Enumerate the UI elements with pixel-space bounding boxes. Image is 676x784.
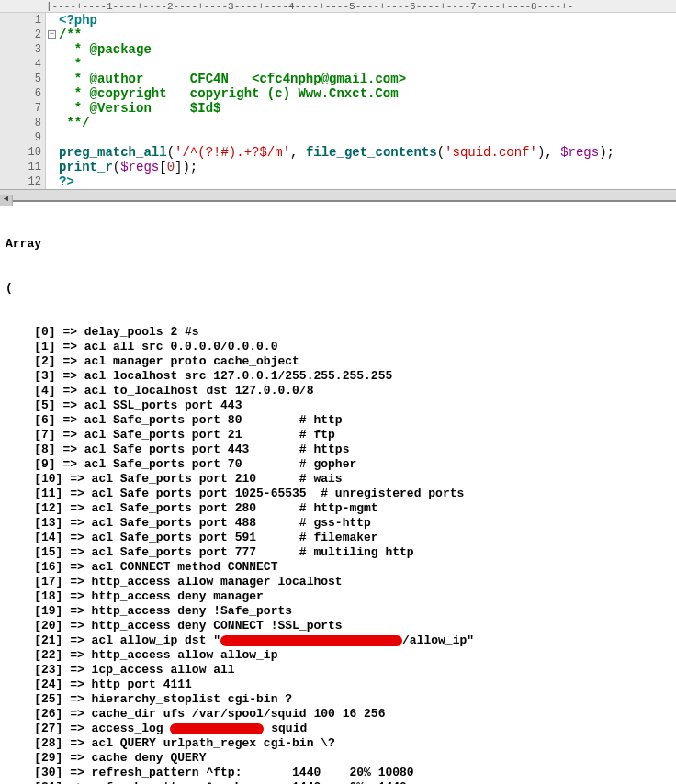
horizontal-scrollbar[interactable]: ◄: [0, 189, 676, 200]
code-token: ),: [537, 145, 560, 160]
code-token: /**: [59, 28, 82, 42]
column-ruler: |----+----1----+----2----+----3----+----…: [0, 0, 676, 13]
code-token: file_get_contents: [306, 145, 437, 160]
code-token: );: [599, 145, 614, 160]
redaction-bar: [220, 635, 402, 646]
output-line: [15] => acl Safe_ports port 777 # multil…: [6, 545, 670, 560]
output-line: [27] => access_log squid: [6, 722, 670, 736]
output-line: [25] => hierarchy_stoplist cgi-bin ?: [6, 692, 670, 707]
fold-toggle-icon[interactable]: −: [48, 30, 56, 39]
line-number: 8: [0, 116, 45, 130]
output-line: [10] => acl Safe_ports port 210 # wais: [6, 472, 670, 487]
output-line: [22] => http_access allow allow_ip: [6, 648, 670, 663]
output-line: [2] => acl manager proto cache_object: [6, 354, 670, 369]
line-number: 2−: [0, 28, 45, 42]
code-line[interactable]: print_r($regs[0]);: [59, 160, 676, 174]
output-line: [18] => http_access deny manager: [6, 589, 670, 604]
output-line: [0] => delay_pools 2 #s: [6, 325, 670, 340]
code-token: ,: [290, 145, 306, 160]
output-line: [26] => cache_dir ufs /var/spool/squid 1…: [6, 707, 670, 722]
output-line: [16] => acl CONNECT method CONNECT: [6, 560, 670, 575]
code-token: print_r: [59, 160, 113, 174]
code-token: $regs: [120, 160, 159, 174]
output-line: [23] => icp_access allow all: [6, 663, 670, 678]
output-paren-open: (: [6, 281, 670, 296]
output-line: [13] => acl Safe_ports port 488 # gss-ht…: [6, 516, 670, 531]
output-line: [9] => acl Safe_ports port 70 # gopher: [6, 457, 670, 472]
output-line: [21] => acl allow_ip dst "/allow_ip": [6, 633, 670, 648]
output-line: [30] => refresh_pattern ^ftp: 1440 20% 1…: [6, 766, 670, 780]
line-number: 5: [0, 72, 45, 86]
code-line[interactable]: /**: [59, 28, 676, 42]
code-token: (: [113, 160, 120, 174]
scroll-left-arrow-icon[interactable]: ◄: [0, 195, 13, 206]
code-line[interactable]: preg_match_all('/^(?!#).+?$/m', file_get…: [59, 145, 676, 160]
output-line: [3] => acl localhost src 127.0.0.1/255.2…: [6, 369, 670, 384]
line-number-gutter: 12−3456789101112: [0, 13, 46, 189]
output-line: [11] => acl Safe_ports port 1025-65535 #…: [6, 487, 670, 501]
output-line: [28] => acl QUERY urlpath_regex cgi-bin …: [6, 736, 670, 751]
code-token: preg_match_all: [59, 145, 167, 160]
code-token: '/^(?!#).+?$/m': [175, 145, 290, 160]
output-lines: [0] => delay_pools 2 #s [1] => acl all s…: [6, 325, 670, 784]
output-line: [14] => acl Safe_ports port 591 # filema…: [6, 531, 670, 545]
output-line: [7] => acl Safe_ports port 21 # ftp: [6, 428, 670, 442]
line-number: 11: [0, 160, 45, 174]
code-token: 'squid.conf': [445, 145, 537, 160]
output-line: [5] => acl SSL_ports port 443: [6, 398, 670, 413]
code-line[interactable]: * @package: [59, 42, 676, 57]
line-number: 7: [0, 101, 45, 116]
code-token: * @package: [59, 42, 152, 57]
line-number: 6: [0, 86, 45, 101]
output-line: [29] => cache deny QUERY: [6, 751, 670, 766]
code-token: $regs: [560, 145, 599, 160]
code-line[interactable]: **/: [59, 116, 676, 130]
output-panel: Array ( [0] => delay_pools 2 #s [1] => a…: [0, 200, 676, 784]
code-token: *: [59, 57, 82, 72]
line-number: 12: [0, 174, 45, 189]
output-line: [31] => refresh_pattern ^gopher: 1440 0%…: [6, 780, 670, 784]
code-line[interactable]: [59, 130, 676, 145]
output-line: [12] => acl Safe_ports port 280 # http-m…: [6, 501, 670, 516]
code-token: * @Version $Id$: [59, 101, 220, 116]
output-line: [6] => acl Safe_ports port 80 # http: [6, 413, 670, 428]
output-line: [19] => http_access deny !Safe_ports: [6, 604, 670, 619]
code-token: * @author CFC4N <cfc4nphp@gmail.com>: [59, 72, 406, 86]
code-line[interactable]: *: [59, 57, 676, 72]
code-area[interactable]: <?php/** * @package * * @author CFC4N <c…: [46, 13, 676, 189]
code-token: (: [167, 145, 175, 160]
code-line[interactable]: * @author CFC4N <cfc4nphp@gmail.com>: [59, 72, 676, 86]
line-number: 10: [0, 145, 45, 160]
line-number: 9: [0, 130, 45, 145]
code-token: * @copyright copyright (c) Www.Cnxct.Com: [59, 86, 399, 101]
code-token: (: [437, 145, 445, 160]
code-token: ]);: [175, 160, 197, 174]
output-line: [4] => acl to_localhost dst 127.0.0.0/8: [6, 384, 670, 398]
code-token: **/: [59, 116, 90, 130]
output-line: [8] => acl Safe_ports port 443 # https: [6, 442, 670, 457]
code-token: [: [159, 160, 166, 174]
line-number: 1: [0, 13, 45, 28]
output-line: [17] => http_access allow manager localh…: [6, 575, 670, 589]
code-line[interactable]: * @copyright copyright (c) Www.Cnxct.Com: [59, 86, 676, 101]
code-token: 0: [167, 160, 175, 174]
output-line: [1] => acl all src 0.0.0.0/0.0.0.0: [6, 340, 670, 354]
code-line[interactable]: ?>: [59, 174, 676, 189]
line-number: 4: [0, 57, 45, 72]
code-editor: 12−3456789101112 <?php/** * @package * *…: [0, 13, 676, 189]
line-number: 3: [0, 42, 45, 57]
output-line: [20] => http_access deny CONNECT !SSL_po…: [6, 619, 670, 633]
output-array-keyword: Array: [6, 237, 670, 252]
redaction-bar: [170, 723, 264, 734]
code-token: ?>: [59, 174, 74, 189]
code-line[interactable]: * @Version $Id$: [59, 101, 676, 116]
code-line[interactable]: <?php: [59, 13, 676, 28]
output-line: [24] => http_port 4111: [6, 678, 670, 692]
code-token: <?php: [59, 13, 97, 28]
